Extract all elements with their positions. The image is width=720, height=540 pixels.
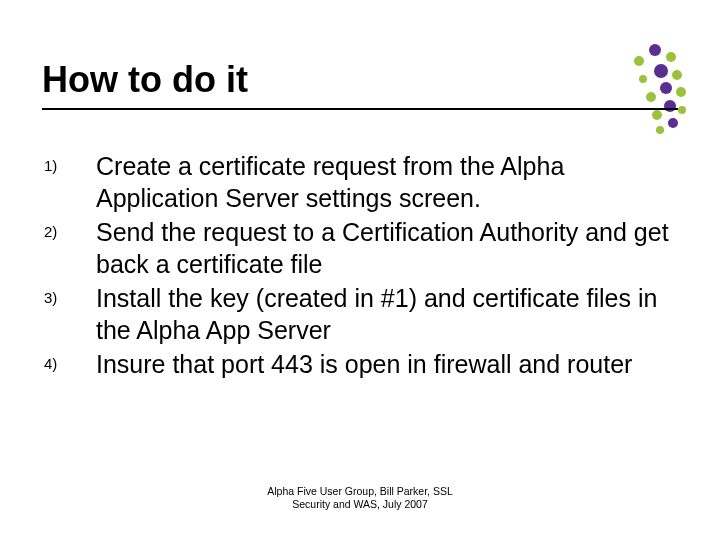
- step-text: Send the request to a Certification Auth…: [96, 216, 676, 280]
- footer: Alpha Five User Group, Bill Parker, SSL …: [0, 485, 720, 512]
- content-area: 1)Create a certificate request from the …: [44, 150, 676, 382]
- step-text: Install the key (created in #1) and cert…: [96, 282, 676, 346]
- steps-list: 1)Create a certificate request from the …: [44, 150, 676, 380]
- footer-line-2: Security and WAS, July 2007: [0, 498, 720, 512]
- step-number: 2): [44, 216, 96, 240]
- title-underline: [42, 108, 678, 110]
- slide: How to do it 1)Create a certificate requ…: [0, 0, 720, 540]
- dot-icon: [649, 44, 661, 56]
- dot-icon: [678, 106, 686, 114]
- dot-icon: [668, 118, 678, 128]
- list-item: 3)Install the key (created in #1) and ce…: [44, 282, 676, 346]
- step-text: Create a certificate request from the Al…: [96, 150, 676, 214]
- step-text: Insure that port 443 is open in firewall…: [96, 348, 632, 380]
- step-number: 1): [44, 150, 96, 174]
- title-area: How to do it: [42, 60, 678, 110]
- step-number: 3): [44, 282, 96, 306]
- dot-icon: [652, 110, 662, 120]
- slide-title: How to do it: [42, 60, 678, 100]
- list-item: 2)Send the request to a Certification Au…: [44, 216, 676, 280]
- step-number: 4): [44, 348, 96, 372]
- footer-line-1: Alpha Five User Group, Bill Parker, SSL: [0, 485, 720, 499]
- list-item: 1)Create a certificate request from the …: [44, 150, 676, 214]
- dot-icon: [656, 126, 664, 134]
- list-item: 4)Insure that port 443 is open in firewa…: [44, 348, 676, 380]
